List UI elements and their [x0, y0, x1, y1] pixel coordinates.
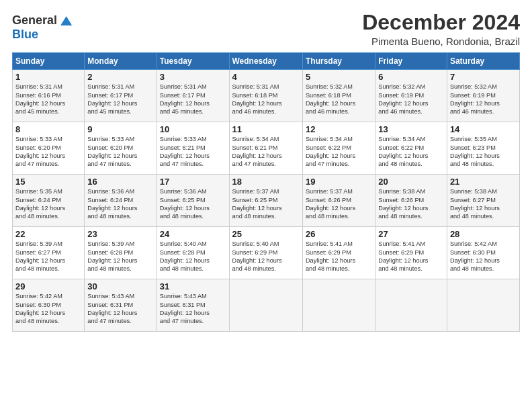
- calendar-cell: 16Sunrise: 5:36 AMSunset: 6:24 PMDayligh…: [85, 175, 157, 227]
- cell-text: Sunrise: 5:32 AMSunset: 6:19 PMDaylight:…: [450, 83, 500, 115]
- calendar-week-row: 29Sunrise: 5:42 AMSunset: 6:30 PMDayligh…: [13, 279, 520, 332]
- calendar-cell: 21Sunrise: 5:38 AMSunset: 6:27 PMDayligh…: [447, 175, 519, 227]
- calendar-day-header: Wednesday: [229, 53, 302, 70]
- calendar-cell: 31Sunrise: 5:43 AMSunset: 6:31 PMDayligh…: [157, 279, 229, 332]
- calendar-day-header: Friday: [375, 53, 447, 70]
- calendar-day-header: Monday: [85, 53, 157, 70]
- calendar-cell: 19Sunrise: 5:37 AMSunset: 6:26 PMDayligh…: [302, 175, 375, 227]
- cell-text: Sunrise: 5:34 AMSunset: 6:21 PMDaylight:…: [232, 136, 282, 167]
- day-number: 5: [306, 72, 372, 82]
- cell-text: Sunrise: 5:35 AMSunset: 6:23 PMDaylight:…: [450, 136, 500, 167]
- cell-text: Sunrise: 5:35 AMSunset: 6:24 PMDaylight:…: [15, 188, 65, 220]
- day-number: 8: [15, 124, 81, 134]
- cell-text: Sunrise: 5:33 AMSunset: 6:21 PMDaylight:…: [160, 136, 210, 167]
- day-number: 23: [87, 229, 153, 239]
- logo-blue: Blue: [12, 28, 38, 42]
- calendar-cell: 5Sunrise: 5:32 AMSunset: 6:18 PMDaylight…: [302, 70, 375, 122]
- day-number: 16: [87, 177, 153, 187]
- cell-text: Sunrise: 5:31 AMSunset: 6:17 PMDaylight:…: [160, 83, 210, 115]
- cell-text: Sunrise: 5:38 AMSunset: 6:27 PMDaylight:…: [450, 188, 500, 220]
- logo-icon: [58, 14, 72, 28]
- cell-text: Sunrise: 5:36 AMSunset: 6:24 PMDaylight:…: [87, 188, 137, 220]
- cell-text: Sunrise: 5:34 AMSunset: 6:22 PMDaylight:…: [378, 136, 428, 167]
- day-number: 22: [15, 229, 81, 239]
- day-number: 29: [15, 281, 81, 291]
- calendar-cell: 4Sunrise: 5:31 AMSunset: 6:18 PMDaylight…: [229, 70, 302, 122]
- cell-text: Sunrise: 5:32 AMSunset: 6:19 PMDaylight:…: [378, 83, 428, 115]
- day-number: 30: [87, 281, 153, 291]
- day-number: 12: [306, 124, 372, 134]
- day-number: 15: [15, 177, 81, 187]
- cell-text: Sunrise: 5:31 AMSunset: 6:17 PMDaylight:…: [87, 83, 137, 115]
- calendar-week-row: 15Sunrise: 5:35 AMSunset: 6:24 PMDayligh…: [13, 175, 520, 227]
- subtitle: Pimenta Bueno, Rondonia, Brazil: [362, 36, 520, 47]
- calendar-cell: [375, 279, 447, 332]
- day-number: 10: [160, 124, 226, 134]
- calendar-day-header: Thursday: [302, 53, 375, 70]
- day-number: 6: [378, 72, 444, 82]
- cell-text: Sunrise: 5:31 AMSunset: 6:16 PMDaylight:…: [15, 83, 65, 115]
- day-number: 3: [160, 72, 226, 82]
- cell-text: Sunrise: 5:31 AMSunset: 6:18 PMDaylight:…: [232, 83, 282, 115]
- calendar-cell: 29Sunrise: 5:42 AMSunset: 6:30 PMDayligh…: [13, 279, 85, 332]
- calendar-cell: 26Sunrise: 5:41 AMSunset: 6:29 PMDayligh…: [302, 227, 375, 279]
- calendar-cell: 10Sunrise: 5:33 AMSunset: 6:21 PMDayligh…: [157, 122, 229, 175]
- cell-text: Sunrise: 5:41 AMSunset: 6:29 PMDaylight:…: [306, 240, 355, 272]
- day-number: 4: [232, 72, 300, 82]
- calendar-cell: 28Sunrise: 5:42 AMSunset: 6:30 PMDayligh…: [447, 227, 519, 279]
- logo: General Blue: [12, 13, 72, 42]
- day-number: 7: [450, 72, 517, 82]
- cell-text: Sunrise: 5:39 AMSunset: 6:27 PMDaylight:…: [15, 240, 65, 272]
- calendar-cell: 1Sunrise: 5:31 AMSunset: 6:16 PMDaylight…: [13, 70, 85, 122]
- cell-text: Sunrise: 5:37 AMSunset: 6:25 PMDaylight:…: [232, 188, 282, 220]
- cell-text: Sunrise: 5:41 AMSunset: 6:29 PMDaylight:…: [378, 240, 428, 272]
- day-number: 19: [306, 177, 372, 187]
- calendar-cell: 2Sunrise: 5:31 AMSunset: 6:17 PMDaylight…: [85, 70, 157, 122]
- cell-text: Sunrise: 5:33 AMSunset: 6:20 PMDaylight:…: [15, 136, 65, 167]
- calendar-week-row: 1Sunrise: 5:31 AMSunset: 6:16 PMDaylight…: [13, 70, 520, 122]
- cell-text: Sunrise: 5:33 AMSunset: 6:20 PMDaylight:…: [87, 136, 137, 167]
- cell-text: Sunrise: 5:32 AMSunset: 6:18 PMDaylight:…: [306, 83, 355, 115]
- calendar-cell: [447, 279, 519, 332]
- day-number: 1: [15, 72, 81, 82]
- calendar-day-header: Sunday: [13, 53, 85, 70]
- cell-text: Sunrise: 5:39 AMSunset: 6:28 PMDaylight:…: [87, 240, 137, 272]
- calendar-week-row: 8Sunrise: 5:33 AMSunset: 6:20 PMDaylight…: [13, 122, 520, 175]
- day-number: 28: [450, 229, 517, 239]
- cell-text: Sunrise: 5:43 AMSunset: 6:31 PMDaylight:…: [87, 293, 137, 324]
- calendar-cell: 8Sunrise: 5:33 AMSunset: 6:20 PMDaylight…: [13, 122, 85, 175]
- day-number: 2: [87, 72, 153, 82]
- day-number: 21: [450, 177, 517, 187]
- cell-text: Sunrise: 5:40 AMSunset: 6:29 PMDaylight:…: [232, 240, 282, 272]
- main-title: December 2024: [362, 11, 520, 34]
- calendar-cell: 18Sunrise: 5:37 AMSunset: 6:25 PMDayligh…: [229, 175, 302, 227]
- calendar-cell: [302, 279, 375, 332]
- calendar-cell: 13Sunrise: 5:34 AMSunset: 6:22 PMDayligh…: [375, 122, 447, 175]
- cell-text: Sunrise: 5:43 AMSunset: 6:31 PMDaylight:…: [160, 293, 210, 324]
- title-block: December 2024 Pimenta Bueno, Rondonia, B…: [362, 11, 520, 47]
- cell-text: Sunrise: 5:38 AMSunset: 6:26 PMDaylight:…: [378, 188, 428, 220]
- calendar-cell: 9Sunrise: 5:33 AMSunset: 6:20 PMDaylight…: [85, 122, 157, 175]
- calendar-cell: [229, 279, 302, 332]
- calendar: SundayMondayTuesdayWednesdayThursdayFrid…: [12, 52, 520, 332]
- day-number: 24: [160, 229, 226, 239]
- day-number: 11: [232, 124, 300, 134]
- day-number: 25: [232, 229, 300, 239]
- cell-text: Sunrise: 5:36 AMSunset: 6:25 PMDaylight:…: [160, 188, 210, 220]
- calendar-header-row: SundayMondayTuesdayWednesdayThursdayFrid…: [13, 53, 520, 70]
- day-number: 18: [232, 177, 300, 187]
- cell-text: Sunrise: 5:42 AMSunset: 6:30 PMDaylight:…: [450, 240, 500, 272]
- day-number: 27: [378, 229, 444, 239]
- calendar-cell: 24Sunrise: 5:40 AMSunset: 6:28 PMDayligh…: [157, 227, 229, 279]
- day-number: 14: [450, 124, 517, 134]
- calendar-cell: 14Sunrise: 5:35 AMSunset: 6:23 PMDayligh…: [447, 122, 519, 175]
- calendar-cell: 11Sunrise: 5:34 AMSunset: 6:21 PMDayligh…: [229, 122, 302, 175]
- header: General Blue December 2024 Pimenta Bueno…: [12, 11, 520, 47]
- calendar-cell: 15Sunrise: 5:35 AMSunset: 6:24 PMDayligh…: [13, 175, 85, 227]
- calendar-cell: 27Sunrise: 5:41 AMSunset: 6:29 PMDayligh…: [375, 227, 447, 279]
- calendar-cell: 20Sunrise: 5:38 AMSunset: 6:26 PMDayligh…: [375, 175, 447, 227]
- cell-text: Sunrise: 5:34 AMSunset: 6:22 PMDaylight:…: [306, 136, 355, 167]
- day-number: 31: [160, 281, 226, 291]
- calendar-week-row: 22Sunrise: 5:39 AMSunset: 6:27 PMDayligh…: [13, 227, 520, 279]
- calendar-cell: 3Sunrise: 5:31 AMSunset: 6:17 PMDaylight…: [157, 70, 229, 122]
